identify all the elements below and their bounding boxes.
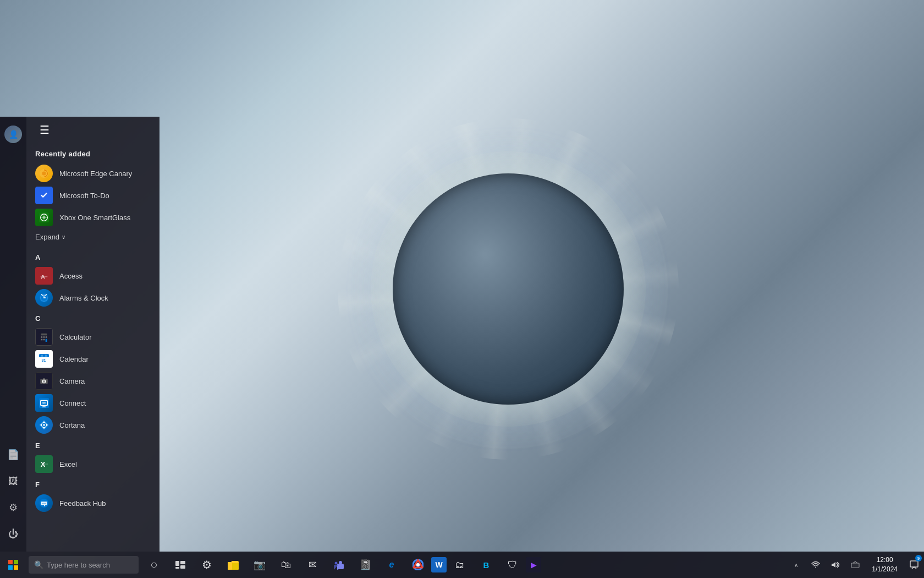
user-avatar[interactable]: 👤 xyxy=(0,121,26,148)
defender-taskbar-icon[interactable]: 🛡 xyxy=(499,552,526,578)
section-f-letter: F xyxy=(26,475,160,492)
hamburger-area: ☰ xyxy=(26,117,160,143)
cortana-icon: ○ xyxy=(150,558,157,572)
calendar-icon: 31 xyxy=(35,350,53,368)
svg-rect-23 xyxy=(46,339,47,342)
app-name: Microsoft Edge Canary xyxy=(59,170,132,178)
settings-sidebar-item[interactable]: ⚙ xyxy=(0,494,26,521)
svg-point-13 xyxy=(43,297,45,298)
app-name: Xbox One SmartGlass xyxy=(59,214,130,222)
svg-rect-57 xyxy=(180,565,185,569)
eclipse-image xyxy=(393,173,624,405)
action-center-button[interactable]: 9 xyxy=(904,552,924,578)
notepad-taskbar-icon[interactable]: 📓 xyxy=(352,552,378,578)
svg-point-62 xyxy=(335,562,338,565)
todo-icon xyxy=(35,187,53,204)
app-name: Calculator xyxy=(59,333,92,341)
list-item[interactable]: X Excel xyxy=(26,453,160,475)
feedback-hub-icon xyxy=(35,494,53,512)
task-view-button[interactable] xyxy=(167,552,194,578)
svg-point-40 xyxy=(43,421,45,422)
network-icon[interactable] xyxy=(806,552,826,578)
cortana-button[interactable]: ○ xyxy=(141,552,167,578)
svg-point-65 xyxy=(416,563,420,566)
svg-point-1 xyxy=(42,171,46,175)
section-c-letter: C xyxy=(26,309,160,326)
svg-rect-54 xyxy=(14,565,18,570)
edge-taskbar-icon[interactable]: e xyxy=(378,552,405,578)
app-name: Microsoft To-Do xyxy=(59,192,109,200)
notification-badge: 9 xyxy=(915,555,922,561)
store-taskbar-icon[interactable]: 🛍 xyxy=(273,552,299,578)
power-sidebar-item[interactable]: ⏻ xyxy=(0,521,26,547)
svg-rect-52 xyxy=(14,560,18,564)
list-item[interactable]: Alarms & Clock xyxy=(26,287,160,309)
camera-taskbar-icon[interactable]: 📷 xyxy=(246,552,273,578)
svg-point-42 xyxy=(40,424,41,426)
xbox-smartglass-icon xyxy=(35,209,53,226)
photos-sidebar-item[interactable]: 🖼 xyxy=(0,468,26,494)
list-item[interactable]: Feedback Hub xyxy=(26,492,160,514)
mail-taskbar-icon[interactable]: ✉ xyxy=(299,552,326,578)
svg-rect-53 xyxy=(8,565,13,570)
app-name: Connect xyxy=(59,399,86,407)
app-list: ☰ Recently added Microsoft Edge Canary M… xyxy=(26,117,160,552)
clock-date: 1/1/2024 xyxy=(872,565,898,574)
svg-rect-22 xyxy=(43,339,45,341)
svg-rect-20 xyxy=(46,336,47,338)
list-item[interactable]: Camera xyxy=(26,370,160,392)
svg-point-32 xyxy=(43,381,45,383)
cortana-icon xyxy=(35,416,53,434)
taskbar: 🔍 Type here to search ○ ⚙ 📷 🛍 ✉ xyxy=(0,552,924,578)
list-item[interactable]: Xbox One SmartGlass xyxy=(26,206,160,228)
calculator-icon xyxy=(35,328,53,346)
documents-sidebar-item[interactable]: 📄 xyxy=(0,441,26,468)
taskbar-clock[interactable]: 12:00 1/1/2024 xyxy=(865,552,904,578)
edge-canary-icon xyxy=(35,165,53,182)
list-item[interactable]: Connect xyxy=(26,392,160,414)
expand-button[interactable]: Expand ∨ xyxy=(26,228,160,246)
list-item[interactable]: Microsoft Edge Canary xyxy=(26,162,160,184)
app-name: Cortana xyxy=(59,421,85,429)
expand-chevron-icon: ∨ xyxy=(62,234,65,240)
svg-text:A: A xyxy=(41,274,45,280)
expand-label: Expand xyxy=(35,233,59,241)
chrome-taskbar-icon[interactable] xyxy=(405,552,431,578)
section-e-letter: E xyxy=(26,436,160,453)
list-item[interactable]: 31 Calendar xyxy=(26,348,160,370)
files2-taskbar-icon[interactable]: 🗂 xyxy=(447,552,473,578)
list-item[interactable]: Cortana xyxy=(26,414,160,436)
teams-taskbar-icon[interactable] xyxy=(326,552,352,578)
settings-icon: ⚙ xyxy=(9,501,18,514)
svg-rect-19 xyxy=(43,336,45,338)
svg-rect-17 xyxy=(41,334,47,336)
list-item[interactable]: A Access xyxy=(26,265,160,287)
svg-point-43 xyxy=(47,424,48,426)
volume-icon[interactable] xyxy=(826,552,845,578)
avatar-icon: 👤 xyxy=(4,126,22,143)
show-hidden-icons-button[interactable]: ∧ xyxy=(786,552,806,578)
terminal-taskbar-icon[interactable]: ▶ xyxy=(526,557,541,572)
camera-icon xyxy=(35,372,53,390)
search-icon: 🔍 xyxy=(34,560,43,569)
notification-icon[interactable] xyxy=(845,552,865,578)
list-item[interactable]: Calculator xyxy=(26,326,160,348)
list-item[interactable]: Microsoft To-Do xyxy=(26,184,160,206)
start-menu-sidebar: 👤 📄 🖼 ⚙ ⏻ xyxy=(0,117,26,552)
excel-icon: X xyxy=(35,455,53,473)
file-explorer-taskbar-icon[interactable] xyxy=(220,552,246,578)
hamburger-button[interactable]: ☰ xyxy=(35,119,54,141)
svg-point-50 xyxy=(45,503,46,504)
search-placeholder: Type here to search xyxy=(47,561,110,569)
settings-taskbar-icon[interactable]: ⚙ xyxy=(194,552,220,578)
app-name: Excel xyxy=(59,460,77,468)
svg-rect-18 xyxy=(41,336,43,338)
start-button[interactable] xyxy=(0,552,26,578)
system-tray: ∧ 12:00 1/1/2024 xyxy=(786,552,924,578)
svg-rect-51 xyxy=(8,560,13,564)
bing-taskbar-icon[interactable]: B xyxy=(473,552,499,578)
search-bar[interactable]: 🔍 Type here to search xyxy=(29,556,139,574)
word-taskbar-icon[interactable]: W xyxy=(431,557,447,572)
photos-icon: 🖼 xyxy=(8,476,18,487)
section-a-letter: A xyxy=(26,248,160,265)
